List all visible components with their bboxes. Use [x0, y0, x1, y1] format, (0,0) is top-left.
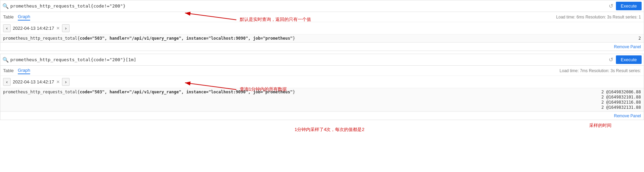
- metric-cell-2: prometheus_http_requests_total{code="503…: [0, 88, 559, 111]
- multi-value-item: 2 @1649832101.88: [601, 95, 641, 100]
- stats-2: Load time: 7ms Resolution: 3s Result ser…: [560, 68, 641, 73]
- remove-panel-row-2: Remove Panel: [0, 111, 644, 120]
- prev-btn-1[interactable]: ‹: [3, 24, 11, 32]
- multi-value-item: 2 @1649832116.88: [601, 100, 641, 105]
- clear-button-2[interactable]: ↺: [607, 56, 615, 63]
- tab-table-1[interactable]: Table: [3, 14, 14, 20]
- result-table-2: prometheus_http_requests_total{code="503…: [0, 88, 644, 111]
- time-nav-1: ‹ 2022-04-13 14:42:17 ✕ ›: [0, 22, 644, 35]
- annotation-text-4: 采样的时间: [589, 122, 611, 129]
- remove-panel-link-1[interactable]: Remove Panel: [614, 44, 641, 49]
- table-row: prometheus_http_requests_total{code="503…: [0, 35, 644, 42]
- query-bar-2: 🔍 ↺ Execute: [0, 54, 644, 66]
- multi-value-item: 2 @1649832131.88: [601, 105, 641, 110]
- multi-value-container: 2 @1649832086.882 @1649832101.882 @16498…: [562, 90, 641, 110]
- query-input-1[interactable]: [10, 3, 606, 9]
- metric-cell-1: prometheus_http_requests_total{code="503…: [0, 35, 627, 42]
- search-icon-2: 🔍: [2, 57, 9, 63]
- prev-btn-2[interactable]: ‹: [3, 78, 11, 86]
- clear-button-1[interactable]: ↺: [607, 3, 615, 9]
- tab-table-2[interactable]: Table: [3, 67, 14, 74]
- time-close-2[interactable]: ✕: [56, 79, 60, 84]
- time-nav-2: ‹ 2022-04-13 14:42:17 ✕ ›: [0, 76, 644, 88]
- multi-value-item: 2 @1649832086.88: [601, 90, 641, 94]
- execute-button-1[interactable]: Execute: [616, 2, 642, 10]
- tabs-row-2: Table Graph Load time: 7ms Resolution: 3…: [0, 66, 644, 76]
- annotation-text-3: 1分钟内采样了4次，每次的值都是2: [295, 127, 364, 133]
- multi-value-cell-2: 2 @1649832086.882 @1649832101.882 @16498…: [559, 88, 644, 111]
- remove-panel-row-1: Remove Panel: [0, 42, 644, 51]
- execute-button-2[interactable]: Execute: [616, 55, 642, 64]
- time-label-2: 2022-04-13 14:42:17: [13, 79, 54, 84]
- stats-1: Load time: 6ms Resolution: 3s Result ser…: [556, 15, 641, 19]
- table-row: prometheus_http_requests_total{code="503…: [0, 88, 644, 111]
- tab-graph-2[interactable]: Graph: [18, 67, 30, 74]
- query-input-2[interactable]: [10, 57, 606, 62]
- next-btn-1[interactable]: ›: [62, 24, 70, 32]
- result-table-1: prometheus_http_requests_total{code="503…: [0, 35, 644, 42]
- query-bar-1: 🔍 ↺ Execute: [0, 0, 644, 12]
- tabs-row-1: Table Graph Load time: 6ms Resolution: 3…: [0, 12, 644, 22]
- remove-panel-link-2[interactable]: Remove Panel: [614, 114, 641, 118]
- search-icon-1: 🔍: [2, 3, 9, 9]
- tab-graph-1[interactable]: Graph: [18, 13, 30, 21]
- time-label-1: 2022-04-13 14:42:17: [13, 26, 54, 31]
- time-close-1[interactable]: ✕: [56, 26, 60, 31]
- next-btn-2[interactable]: ›: [62, 78, 70, 86]
- value-cell-1: 2: [627, 35, 644, 42]
